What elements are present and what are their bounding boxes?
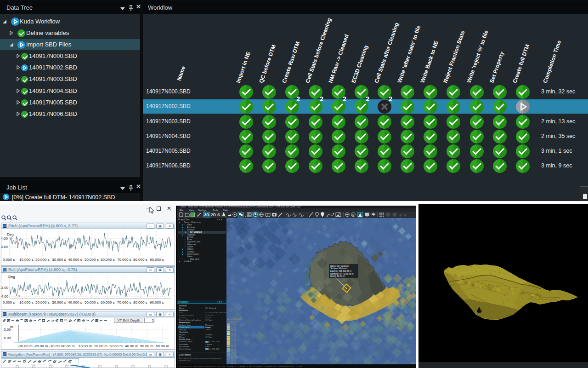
svg-text:S: S <box>352 213 354 216</box>
svg-text:S: S <box>217 213 220 217</box>
svg-text:3D: 3D <box>204 213 209 217</box>
svg-text:2D: 2D <box>211 213 216 217</box>
